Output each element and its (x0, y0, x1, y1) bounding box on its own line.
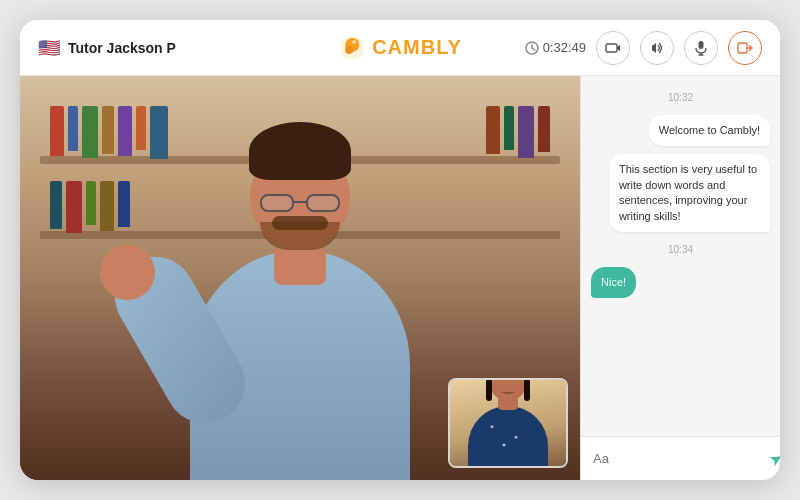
svg-rect-11 (652, 46, 656, 50)
exit-button[interactable] (728, 31, 762, 65)
mic-icon (693, 40, 709, 56)
cambly-logo-text: CAMBLY (372, 36, 462, 59)
clock-icon (525, 41, 539, 55)
main-video-bg (20, 76, 580, 480)
camera-button[interactable] (596, 31, 630, 65)
chat-bubble-nice: Nice! (591, 267, 636, 298)
send-button[interactable]: ➤ (765, 447, 780, 470)
timestamp-2: 10:34 (591, 244, 770, 255)
volume-icon (649, 40, 665, 56)
svg-rect-15 (738, 43, 747, 53)
timer-display: 0:32:49 (525, 40, 586, 55)
self-view (448, 378, 568, 468)
svg-rect-12 (699, 41, 704, 49)
mic-button[interactable] (684, 31, 718, 65)
header: 🇺🇸 Tutor Jackson P CAMBLY 0:32:4 (20, 20, 780, 76)
chat-messages: 10:32 Welcome to Cambly! This section is… (581, 76, 780, 436)
exit-icon (737, 40, 753, 56)
svg-rect-8 (606, 44, 617, 52)
svg-line-7 (532, 48, 535, 50)
header-center: CAMBLY (338, 34, 462, 62)
main-content: 10:32 Welcome to Cambly! This section is… (20, 76, 780, 480)
timer-value: 0:32:49 (543, 40, 586, 55)
chat-panel: 10:32 Welcome to Cambly! This section is… (580, 76, 780, 480)
app-container: 🇺🇸 Tutor Jackson P CAMBLY 0:32:4 (20, 20, 780, 480)
chat-bubble-info: This section is very useful to write dow… (609, 154, 770, 232)
timestamp-1: 10:32 (591, 92, 770, 103)
svg-point-4 (352, 40, 356, 44)
volume-button[interactable] (640, 31, 674, 65)
self-view-bg (450, 380, 566, 466)
header-right: 0:32:49 (525, 31, 762, 65)
camera-icon (605, 40, 621, 56)
cambly-logo-icon (338, 34, 366, 62)
header-left: 🇺🇸 Tutor Jackson P (38, 37, 176, 59)
chat-bubble-welcome: Welcome to Cambly! (649, 115, 770, 146)
flag-icon: 🇺🇸 (38, 37, 60, 59)
chat-input[interactable] (593, 451, 761, 466)
svg-point-3 (345, 46, 353, 54)
chat-input-area: ➤ (581, 436, 780, 480)
tutor-name: Tutor Jackson P (68, 40, 176, 56)
video-area (20, 76, 580, 480)
